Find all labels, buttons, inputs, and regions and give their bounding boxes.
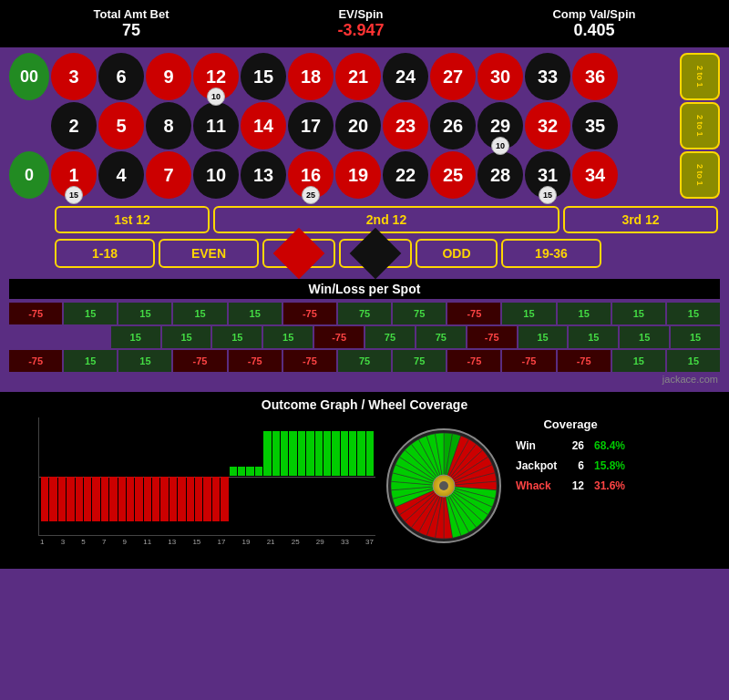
number-cell-26[interactable]: 26 [430, 102, 476, 149]
total-amt-bet-value: 75 [93, 21, 169, 40]
bar-8 [109, 477, 117, 521]
number-cell-8[interactable]: 8 [146, 102, 191, 149]
bar-36 [349, 431, 356, 476]
second-dozen-bet[interactable]: 2nd 12 [213, 206, 560, 233]
wl-cell-1-0 [60, 326, 109, 348]
wl-cell-2-0: -75 [9, 350, 62, 372]
number-cell-12[interactable]: 1210 [193, 53, 239, 100]
whack-count: 12 [566, 479, 584, 492]
bar-24 [246, 467, 253, 476]
number-cell-17[interactable]: 17 [288, 102, 334, 149]
number-cell-3[interactable]: 3 [51, 53, 97, 100]
two-to-one-bot[interactable]: 2 to 1 [680, 151, 720, 199]
number-cell-20[interactable]: 20 [335, 102, 381, 149]
bar-wrapper-2 [58, 417, 66, 535]
number-cell-22[interactable]: 22 [383, 151, 428, 199]
number-cell-24[interactable]: 24 [383, 53, 428, 100]
number-cell-11[interactable]: 11 [193, 102, 239, 149]
bar-wrapper-4 [76, 417, 83, 535]
number-cell-31[interactable]: 3115 [525, 151, 570, 199]
bet-black[interactable] [339, 239, 412, 268]
comp-val-spin-label: Comp Val/Spin [552, 7, 635, 21]
wl-cell-2-8: -75 [447, 350, 500, 372]
number-cell-2[interactable]: 2 [51, 102, 97, 149]
chip-1_9: 10 [491, 137, 509, 155]
bar-26 [263, 431, 271, 476]
first-dozen-bet[interactable]: 1st 12 [55, 206, 210, 233]
wl-cell-1-12: 15 [671, 326, 720, 348]
number-cell-15[interactable]: 15 [241, 53, 286, 100]
comp-val-spin-value: 0.405 [552, 21, 635, 40]
number-cell-5[interactable]: 5 [98, 102, 144, 149]
bar-19 [203, 477, 210, 521]
bar-20 [212, 477, 220, 521]
bar-wrapper-30 [298, 417, 305, 535]
bet-odd[interactable]: ODD [416, 239, 498, 268]
total-amt-bet-section: Total Amt Bet 75 [93, 7, 169, 40]
number-cell-18[interactable]: 18 [288, 53, 334, 100]
bet-19-36[interactable]: 19-36 [501, 239, 601, 268]
bar-wrapper-22 [230, 417, 237, 535]
number-cell-35[interactable]: 35 [572, 102, 618, 149]
bar-2 [58, 477, 66, 521]
number-cell-25[interactable]: 25 [430, 151, 476, 199]
ev-spin-label: EV/Spin [337, 7, 384, 21]
whack-label: Whack [516, 479, 566, 492]
number-cell-36[interactable]: 36 [572, 53, 618, 100]
number-cell-27[interactable]: 27 [430, 53, 476, 100]
number-cell-9[interactable]: 9 [146, 53, 191, 100]
bar-wrapper-23 [238, 417, 245, 535]
number-cell-23[interactable]: 23 [383, 102, 428, 149]
bar-1 [49, 477, 56, 521]
wl-cell-2-12: 15 [667, 350, 720, 372]
number-cell-6[interactable]: 6 [98, 53, 144, 100]
number-cell-33[interactable]: 33 [525, 53, 570, 100]
bar-wrapper-25 [255, 417, 262, 535]
bar-23 [238, 467, 245, 476]
number-cell-21[interactable]: 21 [335, 53, 381, 100]
winloss-grid: -7515151515-757575-751515151515151515-75… [9, 303, 720, 372]
double-zero[interactable]: 00 [9, 53, 49, 100]
coverage-whack-row: Whack 12 31.6% [512, 477, 629, 495]
jackpot-count: 6 [566, 459, 584, 472]
wl-cell-0-11: 15 [612, 303, 665, 324]
number-cell-14[interactable]: 14 [241, 102, 286, 149]
outside-bets-row: 1-18 EVEN ODD 19-36 [9, 239, 720, 268]
wl-cell-2-9: -75 [502, 350, 555, 372]
number-cell-34[interactable]: 34 [572, 151, 618, 199]
whack-pct: 31.6% [584, 479, 625, 492]
bar-16 [178, 477, 185, 521]
number-row-1: 25811141720232629103235 [51, 102, 678, 149]
bar-wrapper-35 [341, 417, 348, 535]
number-cell-30[interactable]: 30 [477, 53, 523, 100]
svg-point-2 [439, 481, 448, 490]
chip-2_10: 15 [539, 186, 557, 204]
number-cell-7[interactable]: 7 [146, 151, 191, 199]
bar-wrapper-11 [135, 417, 142, 535]
number-cell-16[interactable]: 1625 [288, 151, 334, 199]
bet-even[interactable]: EVEN [159, 239, 259, 268]
number-cell-13[interactable]: 13 [241, 151, 286, 199]
bar-37 [357, 431, 364, 476]
two-to-one-top[interactable]: 2 to 1 [680, 53, 720, 100]
bar-12 [144, 477, 151, 521]
single-zero[interactable]: 0 [9, 151, 49, 199]
coverage-table: Coverage Win 26 68.4% Jackpot 6 15.8% Wh… [512, 417, 629, 497]
number-cell-28[interactable]: 28 [477, 151, 523, 199]
bar-wrapper-17 [187, 417, 194, 535]
bet-red[interactable] [262, 239, 335, 268]
number-cell-1[interactable]: 115 [51, 151, 97, 199]
bet-1-18[interactable]: 1-18 [55, 239, 155, 268]
third-dozen-bet[interactable]: 3rd 12 [563, 206, 718, 233]
number-cell-29[interactable]: 2910 [477, 102, 523, 149]
chip-2_5: 25 [302, 186, 320, 204]
wl-cell-1-4: 15 [263, 326, 313, 348]
number-cell-10[interactable]: 10 [193, 151, 239, 199]
number-cell-32[interactable]: 32 [525, 102, 570, 149]
bar-28 [281, 431, 288, 476]
number-cell-19[interactable]: 19 [335, 151, 381, 199]
two-to-one-mid[interactable]: 2 to 1 [680, 102, 720, 149]
bar-wrapper-14 [160, 417, 168, 535]
bar-wrapper-34 [332, 417, 339, 535]
number-cell-4[interactable]: 4 [98, 151, 144, 199]
